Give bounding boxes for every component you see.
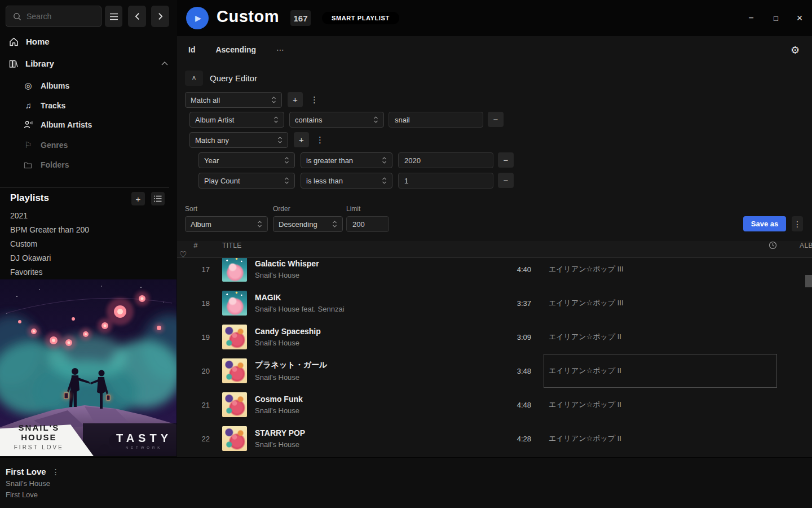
rule3-remove-button[interactable]: − [498, 173, 514, 188]
library-icon [9, 59, 18, 68]
table-row[interactable]: 22 STARRY POP Snail's House 4:28 エイリアン☆ポ… [177, 422, 812, 456]
rule3-operator-select[interactable]: is less than [301, 173, 392, 189]
album-art-thumbnail [222, 426, 247, 451]
track-duration: 3:48 [502, 367, 536, 375]
rule2-remove-button[interactable]: − [498, 152, 514, 168]
track-title: STARRY POP [255, 428, 495, 437]
window-minimize-button[interactable]: − [745, 12, 757, 24]
rule3-field-select[interactable]: Play Count [198, 173, 295, 189]
match-all-select[interactable]: Match all [185, 92, 282, 108]
playlist-item[interactable]: BPM Greater than 200 [10, 225, 89, 234]
table-row[interactable]: 21 Cosmo Funk Snail's House 4:48 エイリアン☆ポ… [177, 388, 812, 422]
select-chevrons-icon [257, 220, 262, 228]
now-playing-artist[interactable]: Snail's House [6, 479, 50, 488]
now-playing-menu-icon[interactable]: ⋮ [52, 467, 60, 476]
menu-button[interactable] [105, 6, 122, 27]
sidebar-item-home[interactable]: Home [9, 37, 50, 46]
select-chevrons-icon [271, 96, 276, 104]
rule1-remove-button[interactable]: − [488, 112, 504, 127]
column-album[interactable]: ALBUM [784, 242, 812, 249]
album-art-thumbnail [222, 325, 247, 349]
rule2-field-select[interactable]: Year [198, 152, 295, 168]
sort-select[interactable]: Album [185, 216, 268, 232]
track-title: プラネット・ガール [255, 360, 495, 370]
track-title: MAGIK [255, 293, 495, 302]
select-value: Play Count [204, 177, 240, 185]
save-as-button[interactable]: Save as [743, 216, 786, 231]
duration-clock-icon[interactable] [769, 241, 784, 249]
home-icon [9, 37, 19, 46]
search-box[interactable] [6, 6, 102, 27]
rule2-operator-select[interactable]: is greater than [301, 152, 392, 168]
table-row[interactable]: 18 MAGIK Snail's House feat. Sennzai 3:3… [177, 286, 812, 320]
track-album: エイリアン☆ポップ II [549, 433, 621, 444]
sidebar-item-label: Genres [41, 141, 68, 150]
track-title: Cosmo Funk [255, 395, 495, 404]
playlist-item[interactable]: Custom [10, 239, 37, 248]
search-input[interactable] [27, 12, 94, 21]
track-artist: Snail's House [255, 373, 495, 382]
plus-icon: + [136, 194, 141, 204]
save-menu-icon[interactable]: ⋮ [792, 216, 803, 231]
sidebar-item-label: Folders [41, 160, 69, 169]
album-art-artist: SNAIL'S HOUSE [0, 423, 78, 442]
forward-button[interactable] [151, 6, 169, 27]
sort-direction-button[interactable]: Ascending [215, 45, 256, 54]
scrollbar-thumb[interactable] [805, 275, 812, 287]
sidebar-item-tracks[interactable]: ♫ Tracks [24, 100, 65, 110]
sidebar-item-library[interactable]: Library [9, 59, 168, 68]
table-row[interactable]: 17 Galactic Whisper Snail's House 4:40 エ… [177, 258, 812, 286]
subgroup-menu-icon[interactable]: ⋮ [316, 133, 324, 147]
record-label-logo: TASTY NETWORK [116, 432, 172, 449]
add-rule-button[interactable]: + [288, 92, 303, 107]
chevron-up-icon[interactable] [161, 62, 168, 65]
rule1-value-input[interactable] [389, 112, 483, 128]
rule1-field-select[interactable]: Album Artist [189, 112, 284, 128]
list-icon [154, 195, 162, 202]
playlist-list-button[interactable] [151, 192, 165, 205]
track-list: 17 Galactic Whisper Snail's House 4:40 エ… [177, 258, 812, 456]
playlist-item[interactable]: 2021 [10, 211, 28, 220]
now-playing-title[interactable]: First Love [6, 467, 46, 476]
sidebar-item-folders[interactable]: Folders [24, 160, 69, 169]
rule2-value-input[interactable] [398, 152, 493, 168]
playlist-item[interactable]: Favorites [10, 268, 43, 277]
track-number: 18 [177, 299, 214, 308]
rule-group-menu-icon[interactable]: ⋮ [310, 93, 318, 107]
now-playing-album[interactable]: First Love [6, 491, 38, 499]
add-subrule-button[interactable]: + [294, 132, 309, 147]
track-duration: 3:37 [502, 299, 536, 308]
rule3-value-input[interactable] [398, 173, 493, 189]
window-close-button[interactable]: × [794, 12, 805, 24]
table-row[interactable]: 20 プラネット・ガール Snail's House 3:48 エイリアン☆ポッ… [177, 354, 812, 388]
album-art-thumbnail [222, 291, 247, 316]
track-number: 21 [177, 401, 214, 409]
now-playing-album-art[interactable]: SNAIL'S HOUSE FIRST LOVE TASTY NETWORK [0, 279, 176, 456]
order-select[interactable]: Descending [273, 216, 343, 232]
play-playlist-button[interactable]: ▶ [186, 7, 209, 29]
column-title[interactable]: TITLE [214, 242, 502, 249]
select-value: is greater than [306, 156, 353, 165]
sidebar-item-albums[interactable]: ◎ Albums [24, 81, 69, 91]
window-maximize-button[interactable]: □ [770, 12, 782, 24]
sidebar-item-album-artists[interactable]: Album Artists [24, 120, 92, 129]
chevron-right-icon [158, 12, 163, 20]
track-album: エイリアン☆ポップ II [549, 332, 621, 342]
sidebar-item-genres[interactable]: ⚐ Genres [24, 140, 68, 150]
more-options-icon[interactable]: ⋯ [276, 45, 285, 54]
back-button[interactable] [128, 6, 146, 27]
query-editor-collapse-button[interactable]: ˄ [185, 71, 203, 86]
minus-icon: − [504, 176, 509, 185]
limit-input[interactable] [346, 216, 389, 232]
playlist-item[interactable]: DJ Okawari [10, 253, 51, 262]
sort-field-button[interactable]: Id [188, 45, 195, 54]
limit-label: Limit [346, 205, 360, 213]
add-playlist-button[interactable]: + [131, 192, 145, 205]
column-index[interactable]: # [177, 241, 214, 249]
rule1-operator-select[interactable]: contains [289, 112, 384, 128]
match-any-select[interactable]: Match any [189, 132, 288, 148]
table-row[interactable]: 19 Candy Spaceship Snail's House 3:09 エイ… [177, 320, 812, 354]
dots-vertical-icon: ⋮ [793, 220, 801, 229]
settings-gear-icon[interactable]: ⚙ [791, 44, 800, 56]
select-chevrons-icon [277, 136, 283, 144]
